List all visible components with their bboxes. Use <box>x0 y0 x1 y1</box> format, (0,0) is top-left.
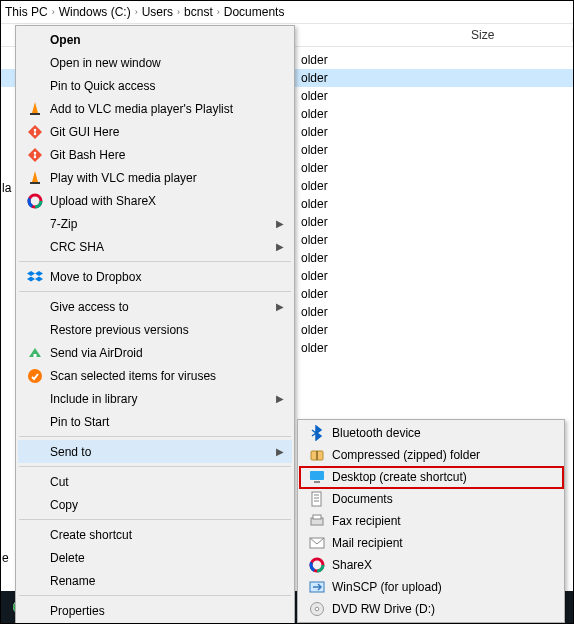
submenu-item-fax-recipient[interactable]: Fax recipient <box>300 510 562 532</box>
svg-marker-0 <box>32 102 38 113</box>
menu-item-label: Send via AirDroid <box>46 346 288 360</box>
file-type-cell: older <box>301 305 461 319</box>
menu-item-play-with-vlc-media-player[interactable]: Play with VLC media player <box>18 166 292 189</box>
file-type-cell: older <box>301 269 461 283</box>
menu-item-pin-to-start[interactable]: Pin to Start <box>18 410 292 433</box>
menu-item-label: CRC SHA <box>46 240 276 254</box>
crumb-users[interactable]: Users <box>142 5 173 19</box>
menu-item-label: Upload with ShareX <box>46 194 288 208</box>
separator <box>19 261 291 262</box>
menu-item-create-shortcut[interactable]: Create shortcut <box>18 523 292 546</box>
file-type-cell: older <box>301 287 461 301</box>
svg-rect-17 <box>310 471 324 480</box>
menu-item-delete[interactable]: Delete <box>18 546 292 569</box>
menu-item-label: Add to VLC media player's Playlist <box>46 102 288 116</box>
menu-item-pin-to-quick-access[interactable]: Pin to Quick access <box>18 74 292 97</box>
svg-rect-9 <box>30 182 40 184</box>
menu-item-label: Open <box>46 33 288 47</box>
column-size[interactable]: Size <box>463 28 573 42</box>
chevron-right-icon: ▶ <box>276 301 288 312</box>
menu-item-git-gui-here[interactable]: Git GUI Here <box>18 120 292 143</box>
submenu-item-bluetooth-device[interactable]: Bluetooth device <box>300 422 562 444</box>
menu-item-label: Copy <box>46 498 288 512</box>
bluetooth-icon <box>306 425 328 441</box>
menu-item-upload-with-sharex[interactable]: Upload with ShareX <box>18 189 292 212</box>
svg-marker-8 <box>32 171 38 182</box>
dvd-icon <box>306 601 328 617</box>
svg-rect-4 <box>34 130 35 134</box>
menu-item-label: Scan selected items for viruses <box>46 369 288 383</box>
cropped-text: e <box>2 551 9 565</box>
submenu-item-desktop-create-shortcut[interactable]: Desktop (create shortcut) <box>300 466 562 488</box>
svg-rect-1 <box>30 113 40 115</box>
chevron-right-icon: ▶ <box>276 241 288 252</box>
git-icon <box>24 147 46 163</box>
menu-item-label: Create shortcut <box>46 528 288 542</box>
svg-rect-7 <box>34 153 35 157</box>
svg-rect-19 <box>312 492 321 506</box>
svg-rect-16 <box>316 451 318 460</box>
menu-item-send-via-airdroid[interactable]: Send via AirDroid <box>18 341 292 364</box>
chevron-right-icon: ▶ <box>276 393 288 404</box>
submenu-item-label: WinSCP (for upload) <box>328 580 558 594</box>
file-type-cell: older <box>301 89 461 103</box>
separator <box>19 466 291 467</box>
winscp-icon <box>306 579 328 595</box>
submenu-item-label: Desktop (create shortcut) <box>328 470 558 484</box>
file-type-cell: older <box>301 143 461 157</box>
menu-item-7-zip[interactable]: 7-Zip ▶ <box>18 212 292 235</box>
menu-item-crc-sha[interactable]: CRC SHA ▶ <box>18 235 292 258</box>
avast-icon <box>24 368 46 384</box>
crumb-c-drive[interactable]: Windows (C:) <box>59 5 131 19</box>
submenu-item-compressed-zipped-folder[interactable]: Compressed (zipped) folder <box>300 444 562 466</box>
menu-item-scan-selected-items-for-viruses[interactable]: Scan selected items for viruses <box>18 364 292 387</box>
menu-item-properties[interactable]: Properties <box>18 599 292 622</box>
submenu-item-label: Fax recipient <box>328 514 558 528</box>
svg-rect-18 <box>314 481 320 483</box>
submenu-item-sharex[interactable]: ShareX <box>300 554 562 576</box>
crumb-user[interactable]: bcnst <box>184 5 213 19</box>
file-type-cell: older <box>301 161 461 175</box>
menu-item-label: Send to <box>46 445 276 459</box>
crumb-documents[interactable]: Documents <box>224 5 285 19</box>
submenu-item-winscp-for-upload[interactable]: WinSCP (for upload) <box>300 576 562 598</box>
menu-item-label: 7-Zip <box>46 217 276 231</box>
menu-item-copy[interactable]: Copy <box>18 493 292 516</box>
submenu-item-label: DVD RW Drive (D:) <box>328 602 558 616</box>
menu-item-restore-previous-versions[interactable]: Restore previous versions <box>18 318 292 341</box>
context-menu: Open Open in new window Pin to Quick acc… <box>15 25 295 624</box>
submenu-item-label: Documents <box>328 492 558 506</box>
menu-item-open[interactable]: Open <box>18 28 292 51</box>
menu-item-git-bash-here[interactable]: Git Bash Here <box>18 143 292 166</box>
menu-item-cut[interactable]: Cut <box>18 470 292 493</box>
file-type-cell: older <box>301 71 461 85</box>
menu-item-move-to-dropbox[interactable]: Move to Dropbox <box>18 265 292 288</box>
file-type-cell: older <box>301 53 461 67</box>
separator <box>19 291 291 292</box>
submenu-item-dvd-rw-drive-d[interactable]: DVD RW Drive (D:) <box>300 598 562 620</box>
breadcrumb[interactable]: This PC › Windows (C:) › Users › bcnst ›… <box>1 1 573 23</box>
menu-item-label: Restore previous versions <box>46 323 288 337</box>
svg-rect-13 <box>34 354 37 357</box>
file-type-cell: older <box>301 323 461 337</box>
file-type-cell: older <box>301 251 461 265</box>
menu-item-add-to-vlc-media-player-s-playlist[interactable]: Add to VLC media player's Playlist <box>18 97 292 120</box>
svg-point-14 <box>28 369 42 383</box>
submenu-item-label: Mail recipient <box>328 536 558 550</box>
sharex-icon <box>306 557 328 573</box>
menu-item-give-access-to[interactable]: Give access to ▶ <box>18 295 292 318</box>
menu-item-rename[interactable]: Rename <box>18 569 292 592</box>
crumb-this-pc[interactable]: This PC <box>5 5 48 19</box>
submenu-item-documents[interactable]: Documents <box>300 488 562 510</box>
menu-item-send-to[interactable]: Send to ▶ <box>18 440 292 463</box>
separator <box>19 519 291 520</box>
submenu-item-mail-recipient[interactable]: Mail recipient <box>300 532 562 554</box>
menu-item-include-in-library[interactable]: Include in library ▶ <box>18 387 292 410</box>
chevron-right-icon: ▶ <box>276 446 288 457</box>
menu-item-open-in-new-window[interactable]: Open in new window <box>18 51 292 74</box>
dropbox-icon <box>24 269 46 285</box>
menu-item-label: Move to Dropbox <box>46 270 288 284</box>
vlc-icon <box>24 170 46 186</box>
file-type-cell: older <box>301 179 461 193</box>
menu-item-label: Open in new window <box>46 56 288 70</box>
